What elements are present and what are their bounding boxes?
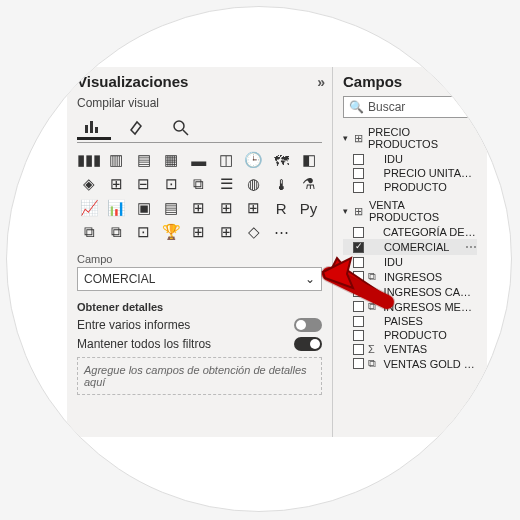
viz-type-33[interactable]: ◇ bbox=[242, 221, 266, 243]
field-checkbox[interactable] bbox=[353, 154, 364, 165]
field-label: PAISES bbox=[384, 315, 423, 327]
keep-filters-toggle[interactable] bbox=[294, 337, 322, 351]
field-item[interactable]: ⧉INGRESOS CAM… bbox=[343, 284, 477, 299]
viz-type-28[interactable]: ⧉ bbox=[104, 221, 128, 243]
viz-type-15[interactable]: ◍ bbox=[242, 173, 266, 195]
field-checkbox[interactable] bbox=[353, 227, 364, 238]
viz-type-3[interactable]: ▦ bbox=[159, 149, 183, 171]
table-group[interactable]: ▾⊞VENTA PRODUCTOS bbox=[343, 197, 477, 225]
field-item[interactable]: ⧉VENTAS GOLD P… bbox=[343, 356, 477, 371]
fields-panel: Campos » 🔍 Buscar ▾⊞PRECIO PRODUCTOSIDUP… bbox=[332, 67, 487, 437]
viz-type-12[interactable]: ⊡ bbox=[159, 173, 183, 195]
search-input[interactable]: 🔍 Buscar bbox=[343, 96, 477, 118]
collapse-icon[interactable]: » bbox=[317, 74, 322, 90]
field-item[interactable]: PRECIO UNITARIO bbox=[343, 166, 477, 180]
viz-type-20[interactable]: ▣ bbox=[132, 197, 156, 219]
viz-type-21[interactable]: ▤ bbox=[159, 197, 183, 219]
field-item[interactable]: COMERCIAL⋯ bbox=[343, 239, 477, 255]
field-item[interactable]: ΣVENTAS bbox=[343, 342, 477, 356]
viz-type-32[interactable]: ⊞ bbox=[214, 221, 238, 243]
viz-type-0[interactable]: ▮▮▮ bbox=[77, 149, 101, 171]
viz-type-29[interactable]: ⊡ bbox=[132, 221, 156, 243]
field-checkbox[interactable] bbox=[353, 344, 364, 355]
details-title: Obtener detalles bbox=[77, 301, 322, 313]
field-checkbox[interactable] bbox=[353, 301, 364, 312]
viz-type-9[interactable]: ◈ bbox=[77, 173, 101, 195]
measure-icon: ⧉ bbox=[368, 300, 379, 313]
field-label: PRODUCTO bbox=[384, 181, 447, 193]
search-icon: 🔍 bbox=[349, 100, 364, 114]
field-checkbox[interactable] bbox=[353, 330, 364, 341]
table-icon: ⊞ bbox=[354, 132, 365, 145]
cross-report-toggle[interactable] bbox=[294, 318, 322, 332]
viz-type-17[interactable]: ⚗ bbox=[297, 173, 321, 195]
visual-tabs bbox=[77, 114, 322, 143]
svg-rect-1 bbox=[90, 121, 93, 133]
viz-type-24[interactable]: ⊞ bbox=[242, 197, 266, 219]
analytics-tab[interactable] bbox=[165, 114, 199, 140]
field-checkbox[interactable] bbox=[353, 286, 364, 297]
field-checkbox[interactable] bbox=[353, 271, 364, 282]
build-tab[interactable] bbox=[77, 114, 111, 140]
collapse-icon[interactable]: » bbox=[472, 74, 477, 90]
field-well[interactable]: COMERCIAL ⌄ bbox=[77, 267, 322, 291]
viz-type-19[interactable]: 📊 bbox=[104, 197, 128, 219]
viz-type-26[interactable]: Py bbox=[297, 197, 321, 219]
viz-type-16[interactable]: 🌡 bbox=[269, 173, 293, 195]
field-section-label: Campo bbox=[77, 253, 322, 265]
field-item[interactable]: PRODUCTO bbox=[343, 328, 477, 342]
fields-title: Campos bbox=[343, 73, 402, 90]
drillthrough-well[interactable]: Agregue los campos de obtención de detal… bbox=[77, 357, 322, 395]
viz-type-18[interactable]: 📈 bbox=[77, 197, 101, 219]
viz-type-25[interactable]: R bbox=[269, 197, 293, 219]
viz-type-13[interactable]: ⧉ bbox=[187, 173, 211, 195]
svg-rect-2 bbox=[95, 127, 98, 133]
field-checkbox[interactable] bbox=[353, 316, 364, 327]
field-label: INGRESOS MEDI… bbox=[383, 301, 477, 313]
field-item[interactable]: CATEGORÍA DE P… bbox=[343, 225, 477, 239]
viz-type-31[interactable]: ⊞ bbox=[187, 221, 211, 243]
viz-type-22[interactable]: ⊞ bbox=[187, 197, 211, 219]
field-item[interactable]: ⧉INGRESOS MEDI… bbox=[343, 299, 477, 314]
table-group[interactable]: ▾⊞PRECIO PRODUCTOS bbox=[343, 124, 477, 152]
viz-type-8[interactable]: ◧ bbox=[297, 149, 321, 171]
field-item[interactable]: IDU bbox=[343, 255, 477, 269]
format-tab[interactable] bbox=[121, 114, 155, 140]
field-label: IDU bbox=[384, 256, 403, 268]
cross-report-label: Entre varios informes bbox=[77, 318, 190, 332]
viz-type-11[interactable]: ⊟ bbox=[132, 173, 156, 195]
viz-type-10[interactable]: ⊞ bbox=[104, 173, 128, 195]
field-checkbox[interactable] bbox=[353, 182, 364, 193]
viz-type-5[interactable]: ◫ bbox=[214, 149, 238, 171]
search-placeholder: Buscar bbox=[368, 100, 405, 114]
viz-type-4[interactable]: ▬ bbox=[187, 149, 211, 171]
field-checkbox[interactable] bbox=[353, 168, 364, 179]
field-item[interactable]: ⧉INGRESOS bbox=[343, 269, 477, 284]
viz-type-14[interactable]: ☰ bbox=[214, 173, 238, 195]
viz-type-27[interactable]: ⧉ bbox=[77, 221, 101, 243]
keep-filters-label: Mantener todos los filtros bbox=[77, 337, 211, 351]
more-icon[interactable]: ⋯ bbox=[463, 240, 477, 254]
field-item[interactable]: IDU bbox=[343, 152, 477, 166]
field-checkbox[interactable] bbox=[353, 358, 364, 369]
sum-icon: Σ bbox=[368, 343, 380, 355]
field-checkbox[interactable] bbox=[353, 242, 364, 253]
field-item[interactable]: PAISES bbox=[343, 314, 477, 328]
viz-type-1[interactable]: ▥ bbox=[104, 149, 128, 171]
fields-tree: ▾⊞PRECIO PRODUCTOSIDUPRECIO UNITARIOPROD… bbox=[343, 124, 477, 371]
viz-type-30[interactable]: 🏆 bbox=[159, 221, 183, 243]
viz-type-7[interactable]: 🗺 bbox=[269, 149, 293, 171]
viz-type-23[interactable]: ⊞ bbox=[214, 197, 238, 219]
viz-type-34[interactable]: ⋯ bbox=[269, 221, 293, 243]
measure-icon: ⧉ bbox=[368, 270, 380, 283]
field-label: PRODUCTO bbox=[384, 329, 447, 341]
measure-icon: ⧉ bbox=[368, 357, 379, 370]
viz-type-2[interactable]: ▤ bbox=[132, 149, 156, 171]
field-checkbox[interactable] bbox=[353, 257, 364, 268]
expander-icon: ▾ bbox=[343, 206, 351, 216]
svg-line-4 bbox=[183, 130, 188, 135]
field-item[interactable]: PRODUCTO bbox=[343, 180, 477, 194]
field-label: CATEGORÍA DE P… bbox=[383, 226, 477, 238]
viz-type-6[interactable]: 🕒 bbox=[242, 149, 266, 171]
field-label: PRECIO UNITARIO bbox=[384, 167, 477, 179]
